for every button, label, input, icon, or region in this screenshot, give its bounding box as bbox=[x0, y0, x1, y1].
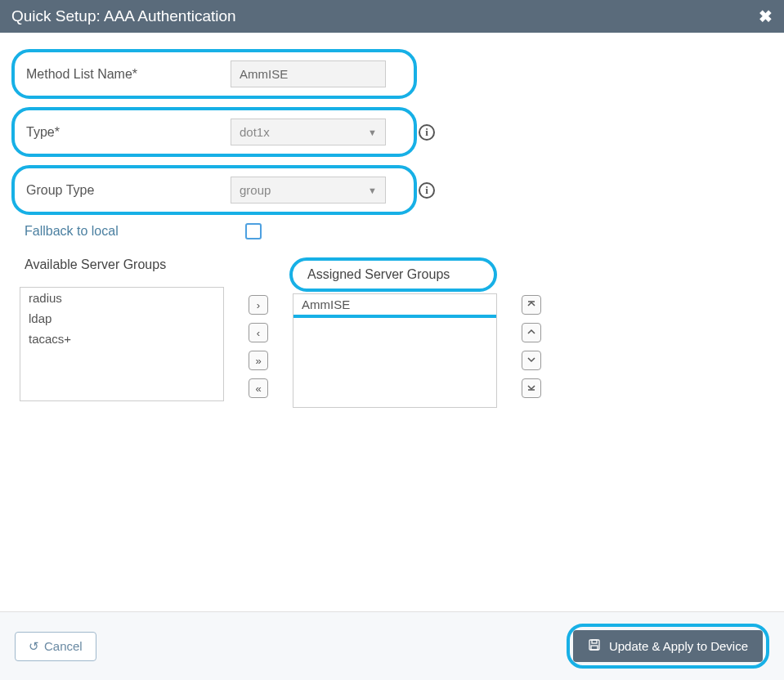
chevron-bottom-icon bbox=[526, 382, 536, 395]
move-up-button[interactable] bbox=[522, 323, 541, 342]
move-down-button[interactable] bbox=[522, 351, 541, 370]
assigned-header: Assigned Server Groups bbox=[307, 267, 476, 282]
list-item[interactable]: radius bbox=[20, 288, 223, 308]
assigned-col: Assigned Server Groups AmmISE bbox=[293, 257, 497, 408]
list-item[interactable]: tacacs+ bbox=[20, 329, 223, 349]
server-groups-row: Available Server Groups radius ldap taca… bbox=[20, 257, 764, 408]
info-icon[interactable]: i bbox=[419, 182, 435, 199]
list-item[interactable]: ldap bbox=[20, 308, 223, 329]
type-select[interactable]: dot1x ▼ bbox=[231, 119, 386, 145]
dialog-title: Quick Setup: AAA Authentication bbox=[11, 7, 236, 25]
group-type-row: Group Type group ▼ i bbox=[11, 165, 417, 215]
fallback-checkbox[interactable] bbox=[245, 223, 262, 239]
chevron-left-icon: ‹ bbox=[257, 327, 260, 339]
move-top-button[interactable] bbox=[522, 295, 541, 315]
type-label: Type* bbox=[26, 125, 231, 140]
assigned-listbox[interactable]: AmmISE bbox=[293, 293, 497, 408]
chevron-down-icon: ▼ bbox=[368, 186, 377, 195]
move-right-button[interactable]: › bbox=[249, 295, 268, 315]
method-list-name-label: Method List Name* bbox=[26, 67, 231, 82]
svg-rect-3 bbox=[592, 640, 597, 643]
move-buttons: › ‹ » « bbox=[249, 257, 268, 398]
group-type-label: Group Type bbox=[26, 183, 231, 198]
move-left-button[interactable]: ‹ bbox=[249, 323, 268, 342]
type-select-value: dot1x bbox=[240, 125, 270, 139]
chevron-up-icon bbox=[526, 327, 536, 339]
chevron-down-icon bbox=[526, 355, 536, 367]
method-list-name-input[interactable] bbox=[231, 60, 386, 87]
dialog-header: Quick Setup: AAA Authentication ✖ bbox=[0, 0, 784, 33]
chevron-right-icon: › bbox=[257, 299, 260, 311]
double-chevron-left-icon: « bbox=[255, 382, 261, 395]
move-bottom-button[interactable] bbox=[522, 378, 541, 398]
available-listbox[interactable]: radius ldap tacacs+ bbox=[20, 287, 224, 401]
type-row: Type* dot1x ▼ i bbox=[11, 107, 417, 157]
move-all-right-button[interactable]: » bbox=[249, 351, 268, 370]
fallback-row: Fallback to local bbox=[20, 223, 764, 239]
available-header: Available Server Groups bbox=[20, 257, 224, 272]
apply-button[interactable]: Update & Apply to Device bbox=[573, 630, 763, 662]
save-icon bbox=[588, 638, 601, 654]
dialog-footer: ↺ Cancel Update & Apply to Device bbox=[0, 611, 784, 680]
cancel-label: Cancel bbox=[44, 639, 83, 653]
list-item[interactable]: AmmISE bbox=[293, 294, 496, 318]
double-chevron-right-icon: » bbox=[255, 355, 261, 367]
assigned-header-highlight: Assigned Server Groups bbox=[289, 257, 497, 292]
move-all-left-button[interactable]: « bbox=[249, 378, 268, 398]
order-buttons bbox=[522, 257, 541, 398]
svg-rect-4 bbox=[591, 646, 598, 650]
group-type-select[interactable]: group ▼ bbox=[231, 177, 386, 204]
apply-label: Update & Apply to Device bbox=[609, 639, 748, 653]
info-icon[interactable]: i bbox=[419, 124, 435, 141]
dialog-content: Method List Name* Type* dot1x ▼ i Group … bbox=[0, 33, 784, 424]
apply-highlight: Update & Apply to Device bbox=[567, 624, 769, 669]
chevron-down-icon: ▼ bbox=[368, 128, 377, 137]
undo-icon: ↺ bbox=[29, 639, 39, 654]
cancel-button[interactable]: ↺ Cancel bbox=[15, 632, 96, 661]
fallback-label: Fallback to local bbox=[25, 224, 240, 239]
chevron-top-icon bbox=[526, 299, 536, 311]
close-icon[interactable]: ✖ bbox=[759, 7, 773, 26]
group-type-select-value: group bbox=[240, 183, 271, 197]
available-col: Available Server Groups radius ldap taca… bbox=[20, 257, 224, 401]
method-list-name-row: Method List Name* bbox=[11, 49, 417, 99]
